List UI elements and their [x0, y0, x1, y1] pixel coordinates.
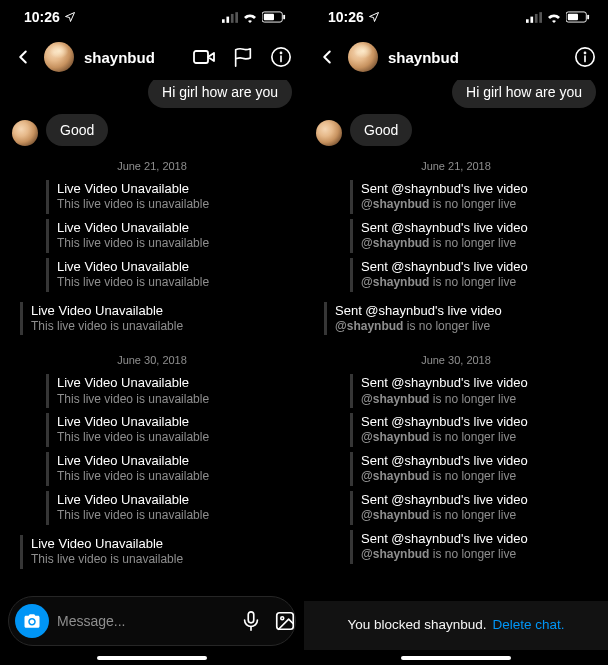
camera-button[interactable] [15, 604, 49, 638]
info-icon[interactable] [270, 46, 292, 68]
sys-title: Live Video Unavailable [57, 375, 209, 391]
info-icon[interactable] [574, 46, 596, 68]
svg-point-15 [281, 617, 284, 620]
sys-title: Live Video Unavailable [31, 536, 183, 552]
gallery-icon[interactable] [274, 610, 296, 632]
svg-rect-25 [587, 15, 589, 20]
sys-sub: @shaynbud is no longer live [361, 430, 528, 446]
avatar [316, 120, 342, 146]
system-message[interactable]: Live Video UnavailableThis live video is… [46, 180, 292, 214]
sys-sub: This live video is unavailable [57, 275, 209, 291]
system-message-row: Live Video UnavailableThis live video is… [12, 530, 292, 574]
svg-rect-7 [194, 51, 208, 63]
system-message-row: Sent @shaynbud's live video@shaynbud is … [316, 297, 596, 341]
left-screenshot: 10:26 shaynbud Hi girl how are you Good [0, 0, 304, 665]
back-button[interactable] [316, 46, 338, 68]
sys-sub: This live video is unavailable [31, 319, 183, 335]
system-message[interactable]: Live Video UnavailableThis live video is… [46, 452, 292, 486]
sys-title: Sent @shaynbud's live video [361, 181, 528, 197]
system-message[interactable]: Sent @shaynbud's live video@shaynbud is … [350, 219, 596, 253]
system-message[interactable]: Sent @shaynbud's live video@shaynbud is … [350, 374, 596, 408]
messages-right: Hi girl how are you Good June 21, 2018 S… [304, 80, 608, 601]
message-bubble[interactable]: Good [46, 114, 108, 146]
back-button[interactable] [12, 46, 34, 68]
svg-rect-20 [530, 16, 533, 22]
status-time: 10:26 [24, 9, 60, 25]
svg-rect-6 [283, 15, 285, 20]
flag-icon[interactable] [232, 46, 254, 68]
system-message-row: Live Video UnavailableThis live video is… [12, 297, 292, 341]
home-indicator[interactable] [97, 656, 207, 660]
system-message[interactable]: Live Video UnavailableThis live video is… [46, 219, 292, 253]
home-indicator[interactable] [401, 656, 511, 660]
chat-header: shaynbud [304, 34, 608, 80]
sys-title: Sent @shaynbud's live video [361, 220, 528, 236]
system-message[interactable]: Sent @shaynbud's live video@shaynbud is … [350, 452, 596, 486]
timestamp: June 30, 2018 [12, 354, 292, 366]
mic-icon[interactable] [240, 610, 262, 632]
system-message[interactable]: Live Video UnavailableThis live video is… [20, 535, 183, 569]
right-screenshot: 10:26 shaynbud Hi girl how are you Good … [304, 0, 608, 665]
svg-rect-3 [235, 12, 238, 23]
avatar[interactable] [348, 42, 378, 72]
svg-rect-0 [222, 19, 225, 23]
sys-sub: @shaynbud is no longer live [335, 319, 502, 335]
sys-title: Live Video Unavailable [57, 453, 209, 469]
system-message[interactable]: Live Video UnavailableThis live video is… [20, 302, 183, 336]
chat-header: shaynbud [0, 34, 304, 80]
sys-sub: This live video is unavailable [57, 392, 209, 408]
system-message[interactable]: Sent @shaynbud's live video@shaynbud is … [350, 491, 596, 525]
sys-title: Sent @shaynbud's live video [361, 492, 528, 508]
sys-title: Live Video Unavailable [57, 492, 209, 508]
chat-username[interactable]: shaynbud [84, 49, 155, 66]
sys-sub: @shaynbud is no longer live [361, 469, 528, 485]
status-bar: 10:26 [304, 0, 608, 34]
composer [8, 596, 296, 646]
system-message[interactable]: Sent @shaynbud's live video@shaynbud is … [350, 180, 596, 214]
wifi-icon [546, 11, 562, 23]
sys-sub: @shaynbud is no longer live [361, 197, 528, 213]
system-message[interactable]: Sent @shaynbud's live video@shaynbud is … [324, 302, 502, 336]
sys-sub: @shaynbud is no longer live [361, 275, 528, 291]
sys-sub: This live video is unavailable [57, 236, 209, 252]
timestamp: June 21, 2018 [316, 160, 596, 172]
incoming-message: Good [12, 114, 292, 146]
battery-icon [262, 11, 286, 23]
timestamp: June 30, 2018 [316, 354, 596, 366]
message-bubble[interactable]: Hi girl how are you [148, 80, 292, 108]
svg-rect-22 [539, 12, 542, 23]
sys-sub: This live video is unavailable [57, 197, 209, 213]
system-message[interactable]: Sent @shaynbud's live video@shaynbud is … [350, 258, 596, 292]
sys-sub: This live video is unavailable [57, 469, 209, 485]
delete-chat-link[interactable]: Delete chat. [493, 617, 565, 632]
system-message[interactable]: Sent @shaynbud's live video@shaynbud is … [350, 530, 596, 564]
system-message[interactable]: Live Video UnavailableThis live video is… [46, 258, 292, 292]
sys-title: Sent @shaynbud's live video [335, 303, 502, 319]
cell-signal-icon [526, 12, 542, 23]
message-input[interactable] [57, 613, 232, 629]
blocked-bar: You blocked shaynbud. Delete chat. [304, 601, 608, 650]
system-message[interactable]: Sent @shaynbud's live video@shaynbud is … [350, 413, 596, 447]
svg-rect-21 [535, 13, 538, 22]
system-message[interactable]: Live Video UnavailableThis live video is… [46, 413, 292, 447]
message-bubble[interactable]: Good [350, 114, 412, 146]
system-message[interactable]: Live Video UnavailableThis live video is… [46, 374, 292, 408]
avatar[interactable] [44, 42, 74, 72]
messages-left: Hi girl how are you Good June 21, 2018 L… [0, 80, 304, 590]
chat-username[interactable]: shaynbud [388, 49, 459, 66]
camera-icon [23, 612, 41, 630]
cell-signal-icon [222, 12, 238, 23]
battery-icon [566, 11, 590, 23]
video-call-icon[interactable] [192, 45, 216, 69]
message-bubble[interactable]: Hi girl how are you [452, 80, 596, 108]
sys-title: Live Video Unavailable [57, 259, 209, 275]
svg-point-11 [280, 52, 281, 53]
sys-title: Live Video Unavailable [57, 414, 209, 430]
sys-sub: This live video is unavailable [57, 430, 209, 446]
sys-title: Sent @shaynbud's live video [361, 453, 528, 469]
svg-rect-2 [231, 13, 234, 22]
sys-sub: This live video is unavailable [31, 552, 183, 568]
svg-point-28 [584, 52, 585, 53]
sys-title: Live Video Unavailable [31, 303, 183, 319]
system-message[interactable]: Live Video UnavailableThis live video is… [46, 491, 292, 525]
